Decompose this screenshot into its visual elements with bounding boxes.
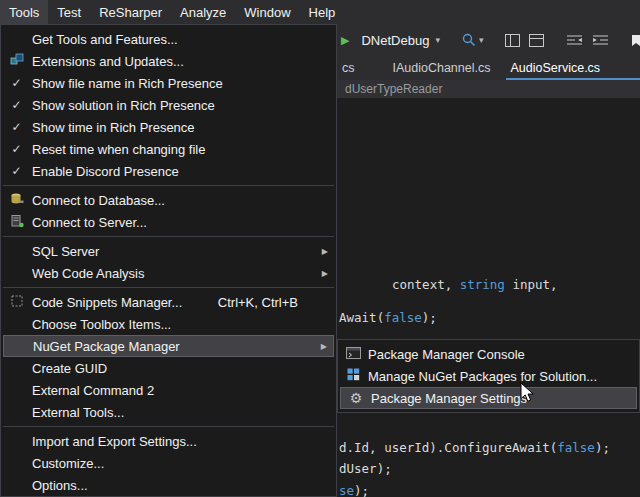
- menu-item-connect-to-database[interactable]: Connect to Database...: [1, 189, 336, 211]
- lines-arrow-left-icon[interactable]: [566, 33, 583, 47]
- chevron-down-icon: ▾: [435, 36, 440, 45]
- menu-item-label: Show solution in Rich Presence: [32, 98, 328, 113]
- checkmark-icon: ✓: [11, 120, 21, 134]
- submenu-item-package-manager-settings[interactable]: ⚙ Package Manager Settings: [340, 387, 637, 409]
- menu-item-label: NuGet Package Manager: [33, 339, 313, 354]
- active-tab-underline: [506, 78, 640, 80]
- menubar-item-test[interactable]: Test: [48, 0, 90, 25]
- menu-item-label: Options...: [32, 478, 328, 493]
- packages-icon: [347, 368, 360, 384]
- split-vertical-icon[interactable]: [505, 34, 520, 47]
- menu-item-enable-discord-presence[interactable]: ✓ Enable Discord Presence: [1, 160, 336, 182]
- menubar-item-tools[interactable]: Tools: [0, 0, 48, 25]
- menubar-item-window[interactable]: Window: [235, 0, 299, 25]
- menu-item-create-guid[interactable]: Create GUID: [1, 357, 336, 379]
- code-line: Await(false);: [339, 311, 437, 325]
- code-line: dUser);: [339, 462, 392, 476]
- menu-item-show-time-rich-presence[interactable]: ✓ Show time in Rich Presence: [1, 116, 336, 138]
- menu-item-label: Customize...: [32, 456, 328, 471]
- menu-separator: [3, 287, 334, 288]
- tools-menu: Get Tools and Features... Extensions and…: [0, 24, 337, 497]
- submenu-arrow-icon: ▶: [314, 247, 328, 256]
- menubar-item-resharper[interactable]: ReSharper: [90, 0, 171, 25]
- submenu-item-manage-nuget-packages-for-solution[interactable]: Manage NuGet Packages for Solution...: [338, 365, 639, 387]
- menu-item-shortcut: Ctrl+K, Ctrl+B: [218, 295, 298, 310]
- menu-item-choose-toolbox-items[interactable]: Choose Toolbox Items...: [1, 313, 336, 335]
- tab-iaudiochannel[interactable]: IAudioChannel.cs: [393, 61, 491, 75]
- menu-item-label: Code Snippets Manager...: [32, 295, 218, 310]
- checkmark-icon: ✓: [11, 142, 21, 156]
- menu-item-show-file-name-rich-presence[interactable]: ✓ Show file name in Rich Presence: [1, 72, 336, 94]
- server-icon: [10, 214, 24, 231]
- menu-item-customize[interactable]: Customize...: [1, 452, 336, 474]
- menu-item-label: Import and Export Settings...: [32, 434, 328, 449]
- menu-item-web-code-analysis[interactable]: Web Code Analysis ▶: [1, 262, 336, 284]
- menu-item-label: Choose Toolbox Items...: [32, 317, 328, 332]
- menu-item-label: External Tools...: [32, 405, 328, 420]
- menu-item-label: Create GUID: [32, 361, 328, 376]
- code-line: context, string input,: [392, 278, 558, 292]
- menu-item-code-snippets-manager[interactable]: Code Snippets Manager... Ctrl+K, Ctrl+B: [1, 291, 336, 313]
- menubar-item-analyze[interactable]: Analyze: [171, 0, 235, 25]
- split-horizontal-icon[interactable]: [529, 34, 544, 47]
- debug-profile-dropdown[interactable]: DNetDebug ▾: [358, 31, 442, 50]
- start-debug-icon[interactable]: ▶: [341, 35, 349, 46]
- lines-arrow-right-icon[interactable]: [592, 33, 609, 47]
- nuget-package-manager-submenu: Package Manager Console Manage NuGet Pac…: [337, 339, 640, 413]
- menu-item-label: Manage NuGet Packages for Solution...: [368, 369, 631, 384]
- menu-bar: Tools Test ReSharper Analyze Window Help: [0, 0, 640, 25]
- gear-icon: ⚙: [350, 391, 363, 405]
- mouse-cursor: [519, 382, 536, 404]
- breadcrumb[interactable]: dUserTypeReader: [345, 82, 442, 96]
- menu-item-import-and-export-settings[interactable]: Import and Export Settings...: [1, 430, 336, 452]
- menubar-item-help[interactable]: Help: [300, 0, 345, 25]
- tab-audioservice[interactable]: AudioService.cs: [510, 61, 600, 75]
- menu-separator: [3, 236, 334, 237]
- checkmark-icon: ✓: [11, 164, 21, 178]
- snippets-icon: [10, 294, 24, 311]
- extensions-icon: [10, 53, 24, 70]
- database-icon: [10, 192, 24, 209]
- menu-separator: [3, 185, 334, 186]
- tab-partial[interactable]: cs: [342, 61, 355, 75]
- debug-profile-label: DNetDebug: [361, 33, 429, 48]
- submenu-arrow-icon: ▶: [314, 269, 328, 278]
- menu-item-sql-server[interactable]: SQL Server ▶: [1, 240, 336, 262]
- chevron-down-icon: ▾: [479, 36, 484, 45]
- menu-item-label: Package Manager Console: [368, 347, 631, 362]
- bookmark-icon[interactable]: [631, 34, 640, 47]
- navigate-to-icon[interactable]: ▾: [461, 32, 484, 48]
- menu-separator: [3, 426, 334, 427]
- menu-item-label: SQL Server: [32, 244, 314, 259]
- menu-item-connect-to-server[interactable]: Connect to Server...: [1, 211, 336, 233]
- menu-item-reset-time-when-changing-file[interactable]: ✓ Reset time when changing file: [1, 138, 336, 160]
- checkmark-icon: ✓: [11, 76, 21, 90]
- menu-item-show-solution-rich-presence[interactable]: ✓ Show solution in Rich Presence: [1, 94, 336, 116]
- checkmark-icon: ✓: [11, 98, 21, 112]
- menu-item-label: Enable Discord Presence: [32, 164, 328, 179]
- console-icon: [346, 347, 361, 362]
- menu-item-nuget-package-manager[interactable]: NuGet Package Manager ▶: [3, 335, 334, 357]
- menu-item-label: Package Manager Settings: [371, 391, 630, 406]
- menu-item-external-command-2[interactable]: External Command 2: [1, 379, 336, 401]
- menu-item-label: Web Code Analysis: [32, 266, 314, 281]
- submenu-arrow-icon: ▶: [313, 342, 327, 351]
- menu-item-label: Show file name in Rich Presence: [32, 76, 328, 91]
- menu-item-label: Reset time when changing file: [32, 142, 328, 157]
- menu-item-options[interactable]: Options...: [1, 474, 336, 496]
- menu-item-label: Get Tools and Features...: [32, 32, 328, 47]
- menu-item-extensions-and-updates[interactable]: Extensions and Updates...: [1, 50, 336, 72]
- code-line: se);: [339, 484, 369, 497]
- menu-item-external-tools[interactable]: External Tools...: [1, 401, 336, 423]
- menu-item-label: Connect to Server...: [32, 215, 328, 230]
- menu-item-get-tools-and-features[interactable]: Get Tools and Features...: [1, 28, 336, 50]
- menu-item-label: Connect to Database...: [32, 193, 328, 208]
- menu-item-label: Show time in Rich Presence: [32, 120, 328, 135]
- code-line: d.Id, userId).ConfigureAwait(false);: [339, 441, 610, 455]
- menu-item-label: External Command 2: [32, 383, 328, 398]
- submenu-item-package-manager-console[interactable]: Package Manager Console: [338, 343, 639, 365]
- menu-item-label: Extensions and Updates...: [32, 54, 328, 69]
